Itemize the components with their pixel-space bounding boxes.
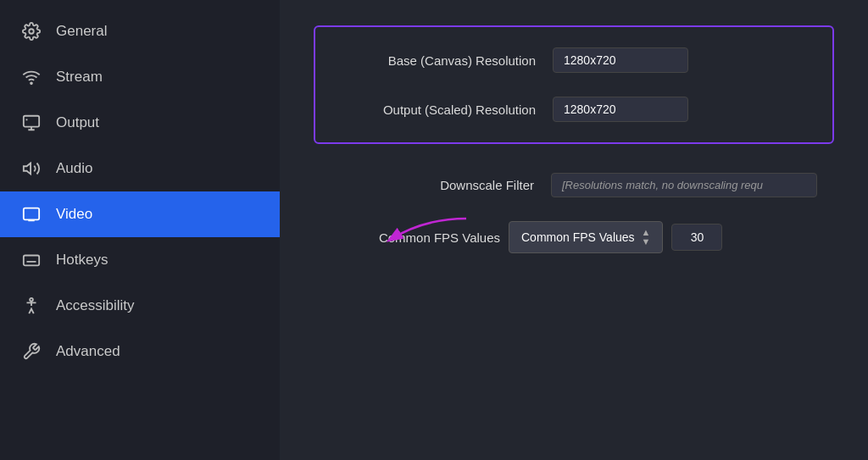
sidebar-item-label-stream: Stream [56,69,103,86]
downscale-label: Downscale Filter [331,178,534,192]
tools-icon [20,341,42,363]
sidebar-item-hotkeys[interactable]: Hotkeys [0,237,280,283]
sidebar-item-label-general: General [56,23,107,40]
fps-row: Common FPS Values Common FPS Values ▲ ▼ … [314,209,834,265]
svg-marker-3 [24,163,31,175]
sidebar-item-stream[interactable]: Stream [0,54,280,100]
fps-value: 30 [671,224,722,251]
sidebar-item-advanced[interactable]: Advanced [0,329,280,374]
sidebar-item-label-output: Output [56,114,99,131]
base-resolution-row: Base (Canvas) Resolution [315,36,832,85]
svg-point-1 [31,82,32,84]
sidebar-item-label-hotkeys: Hotkeys [56,252,108,269]
sidebar-item-video[interactable]: Video [0,191,280,237]
resolution-group: Base (Canvas) Resolution Output (Scaled)… [314,25,834,144]
keyboard-icon [20,249,42,271]
downscale-row: Downscale Filter [Resolutions match, no … [314,161,834,209]
display-icon [20,203,42,225]
sidebar-item-label-video: Video [56,206,92,223]
svg-point-0 [29,29,34,34]
svg-rect-5 [24,256,39,266]
sidebar: General Stream Output [0,0,280,460]
sidebar-item-label-advanced: Advanced [56,343,120,360]
output-resolution-input[interactable] [553,97,688,122]
downscale-value: [Resolutions match, no downscaling requ [551,173,817,197]
monitor-icon [20,112,42,134]
fps-label: Common FPS Values [331,230,500,245]
fps-dropdown-button[interactable]: Common FPS Values ▲ ▼ [509,221,663,253]
svg-rect-4 [24,208,39,220]
output-resolution-label: Output (Scaled) Resolution [332,103,536,117]
base-resolution-label: Base (Canvas) Resolution [332,53,536,68]
gear-icon [20,20,42,42]
svg-rect-2 [24,116,39,127]
sidebar-item-general[interactable]: General [0,8,280,54]
sidebar-item-label-audio: Audio [56,160,92,177]
base-resolution-input[interactable] [553,47,688,73]
main-content: Base (Canvas) Resolution Output (Scaled)… [280,0,868,460]
accessibility-icon [20,295,42,317]
fps-dropdown-label: Common FPS Values [521,230,635,244]
sidebar-item-label-accessibility: Accessibility [56,297,135,314]
output-resolution-row: Output (Scaled) Resolution [315,85,832,134]
sidebar-item-accessibility[interactable]: Accessibility [0,283,280,329]
svg-point-6 [30,298,33,302]
fps-spinner-icon: ▲ ▼ [642,228,651,247]
sidebar-item-audio[interactable]: Audio [0,146,280,191]
speaker-icon [20,158,42,180]
sidebar-item-output[interactable]: Output [0,100,280,146]
wifi-icon [20,66,42,88]
